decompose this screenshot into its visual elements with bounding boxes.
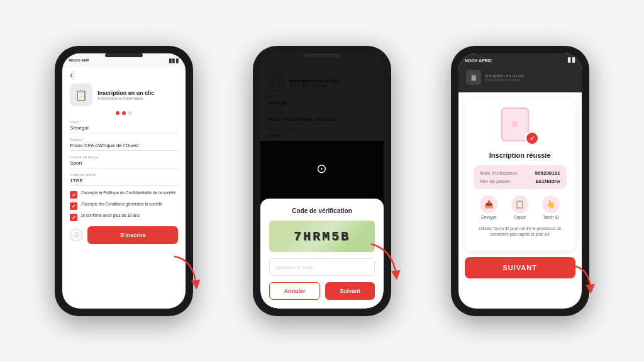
register-button[interactable]: S'inscrire [87,226,178,244]
username-value: 995298191 [535,170,560,176]
status-bar-1: MOOV AFR ▊▊ ▊ [62,53,186,67]
country-label: Pays * [70,120,178,124]
username-label: Nom d'utilisateur: [480,170,519,176]
captcha-image: 7HRM5B [269,221,375,252]
progress-dots-1 [70,111,178,115]
screenshot-container: MOOV AFR ▊▊ ▊ ‹ 📋 Inscription en un clic… [0,0,644,362]
bonus-value[interactable]: Sport [70,160,178,168]
send-icon: 📤 [480,195,497,213]
success-title: Inscription réussie [474,151,567,159]
promo-label: Code de promo [70,173,178,177]
back-arrow[interactable]: ‹ [70,70,178,80]
phone1: MOOV AFR ▊▊ ▊ ‹ 📋 Inscription en un clic… [55,46,193,316]
password-label: Mot de passe: [480,178,511,184]
dark-top: 📋 Inscription en un clic Informations mi… [458,67,582,92]
copy-action[interactable]: 📋 Copier [511,195,529,219]
checkbox-text-1: J'accepte la Politique de Confidentialit… [80,190,175,195]
username-row: Nom d'utilisateur: 995298191 [480,170,560,176]
currency-value[interactable]: Franc CFA d'Afrique de l'Ouest [70,143,178,151]
app-icon-1: 📋 [70,84,92,106]
carrier-3: NOOV AFRIC [465,58,492,63]
icons-3: ▊ ▊ [568,58,575,63]
dot-1 [116,111,119,115]
checkboxes: J'accepte la Politique de Confidentialit… [70,190,178,221]
bonus-field: Choisir un bonus Sport [70,155,178,168]
send-label: Envoyer [481,215,496,219]
password-row: Mot de passe: E61Nddrw [480,178,560,184]
suivant-button[interactable]: SUIVANT [465,257,575,278]
checkbox-text-2: J'accepte les Conditions générales la so… [80,202,162,207]
btn-row-1: ⓘ S'inscrire [70,226,178,244]
code-placeholder: saisissez le code [275,265,313,270]
success-icon-container: ✓ [474,107,567,145]
next-button[interactable]: Suivant [325,282,375,300]
promo-field: Code de promo 1TRE [70,173,178,186]
app-title-1: Inscription en un clic [97,90,154,96]
phone2-wrapper: AFRIC 📋 Inscription en un clic Informati… [253,46,391,316]
checkbox-text-3: Je confirme avoir plus de 18 ans [80,213,140,218]
touchid-action[interactable]: 👆 Touch ID [542,195,560,219]
cancel-button[interactable]: Annuler [269,282,320,300]
code-input[interactable]: saisissez le code [269,258,375,276]
status-icons-1: ▊▊ ▊ [169,58,180,63]
checkbox-row-3: Je confirme avoir plus de 18 ans [70,213,178,221]
country-field: Pays * Sénégal [70,120,178,133]
action-icons: 📤 Envoyer 📋 Copier 👆 Touch ID [474,195,567,219]
phone2-screen: AFRIC 📋 Inscription en un clic Informati… [260,53,384,309]
checkbox-row-1: J'accepte la Politique de Confidentialit… [70,190,178,199]
phone1-wrapper: MOOV AFR ▊▊ ▊ ‹ 📋 Inscription en un clic… [55,46,193,316]
currency-field: Devise * Franc CFA d'Afrique de l'Ouest [70,138,178,151]
password-value: E61Nddrw [536,178,560,184]
carrier-1: MOOV AFR [69,58,89,62]
phone-doc-icon [501,107,529,141]
phone1-screen: MOOV AFR ▊▊ ▊ ‹ 📋 Inscription en un clic… [62,53,186,309]
checkbox-1[interactable] [70,191,77,199]
send-action[interactable]: 📤 Envoyer [480,195,497,219]
promo-value[interactable]: 1TRE [70,178,178,186]
phone3: NOOV AFRIC ▊ ▊ 📋 Inscription en un clic … [451,46,589,316]
app-header-text-1: Inscription en un clic Informations mini… [97,90,154,101]
app-subtitle-1: Informations minimales [97,96,154,101]
touch-id-text: Utilisez Touch ID pour rendre le process… [474,226,567,237]
copy-icon: 📋 [511,195,529,213]
check-badge: ✓ [525,131,539,145]
copy-label: Copier [514,215,526,219]
currency-label: Devise * [70,138,178,141]
checkbox-3[interactable] [70,214,77,221]
dot-2 [122,111,126,115]
status-bar-3: NOOV AFRIC ▊ ▊ [458,53,582,67]
phone2: AFRIC 📋 Inscription en un clic Informati… [253,46,391,316]
success-icon: ✓ [501,107,539,145]
touchid-label: Touch ID [543,215,559,219]
bonus-label: Choisir un bonus [70,155,178,159]
modal-buttons: Annuler Suivant [269,282,375,300]
country-value[interactable]: Sénégal [70,125,178,133]
info-button[interactable]: ⓘ [70,229,82,241]
checkbox-row-2: J'accepte les Conditions générales la so… [70,202,178,210]
app-header-1: 📋 Inscription en un clic Informations mi… [70,84,178,106]
success-card: ✓ Inscription réussie Nom d'utilisateur:… [465,99,575,251]
success-info: Nom d'utilisateur: 995298191 Mot de pass… [474,165,567,189]
screen1-content: ‹ 📋 Inscription en un clic Informations … [62,67,186,244]
phone3-screen: NOOV AFRIC ▊ ▊ 📋 Inscription en un clic … [458,53,582,309]
checkbox-2[interactable] [70,202,77,210]
phone3-wrapper: NOOV AFRIC ▊ ▊ 📋 Inscription en un clic … [451,46,589,316]
touchid-icon: 👆 [542,195,560,213]
dot-3 [128,111,132,115]
verification-title: Code de vérification [269,207,375,214]
captcha-text: 7HRM5B [294,229,350,244]
